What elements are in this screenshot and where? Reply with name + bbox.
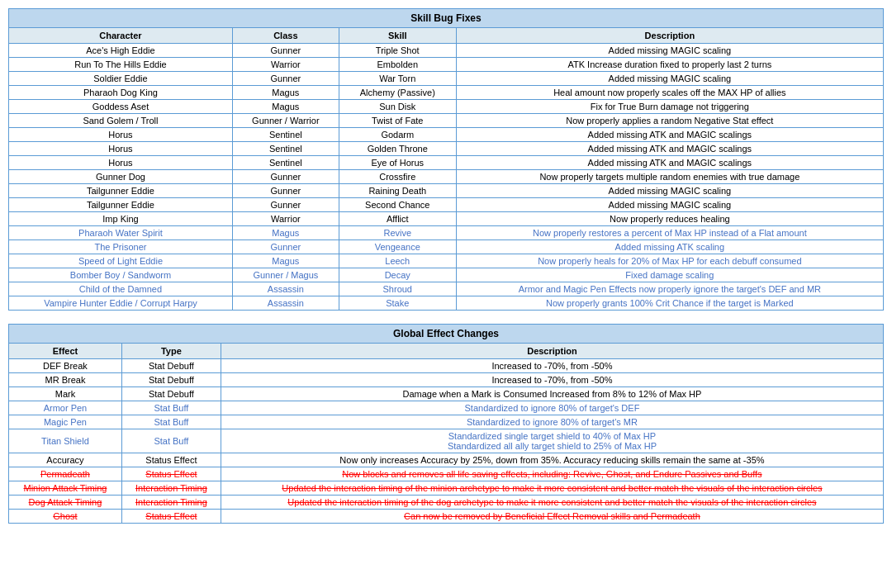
table-row: Titan ShieldStat BuffStandardized single… bbox=[9, 429, 884, 453]
effect-cell: DEF Break bbox=[9, 359, 122, 373]
description-cell: Now only increases Accuracy by 25%, down… bbox=[221, 453, 883, 467]
class-cell: Assassin bbox=[232, 296, 339, 311]
character-cell: Child of the Damned bbox=[9, 282, 233, 296]
table-row: Tailgunner EddieGunnerRaining DeathAdded… bbox=[9, 184, 884, 198]
effect-cell: Ghost bbox=[9, 510, 122, 524]
column-header: Description bbox=[221, 344, 883, 359]
table-row: Pharaoh Water SpiritMagusReviveNow prope… bbox=[9, 226, 884, 240]
character-cell: Pharaoh Dog King bbox=[9, 86, 233, 100]
type-cell: Status Effect bbox=[121, 510, 221, 524]
table-row: Ace's High EddieGunnerTriple ShotAdded m… bbox=[9, 44, 884, 58]
table-row: Goddess AsetMagusSun DiskFix for True Bu… bbox=[9, 100, 884, 114]
class-cell: Gunner bbox=[232, 44, 339, 58]
description-cell: Increased to -70%, from -50% bbox=[221, 359, 883, 373]
description-cell: Added missing MAGIC scaling bbox=[456, 44, 883, 58]
character-cell: Vampire Hunter Eddie / Corrupt Harpy bbox=[9, 296, 233, 311]
class-cell: Magus bbox=[232, 226, 339, 240]
type-cell: Stat Debuff bbox=[121, 387, 221, 401]
character-cell: Sand Golem / Troll bbox=[9, 114, 233, 128]
table-row: Imp KingWarriorAfflictNow properly reduc… bbox=[9, 212, 884, 226]
description-cell: Added missing MAGIC scaling bbox=[456, 184, 883, 198]
skill-cell: Afflict bbox=[339, 212, 456, 226]
description-cell: Updated the interaction timing of the mi… bbox=[221, 481, 883, 496]
description-cell: Now properly reduces healing bbox=[456, 212, 883, 226]
table-row: HorusSentinelGolden ThroneAdded missing … bbox=[9, 142, 884, 156]
type-cell: Stat Debuff bbox=[121, 359, 221, 373]
effect-cell: Armor Pen bbox=[9, 401, 122, 415]
skill-cell: Decay bbox=[339, 268, 456, 282]
table-row: AccuracyStatus EffectNow only increases … bbox=[9, 453, 884, 467]
effect-cell: Minion Attack Timing bbox=[9, 481, 122, 496]
description-cell: Standardized to ignore 80% of target's D… bbox=[221, 401, 883, 415]
description-cell: Now blocks and removes all life saving e… bbox=[221, 467, 883, 481]
class-cell: Magus bbox=[232, 100, 339, 114]
class-cell: Warrior bbox=[232, 58, 339, 72]
character-cell: Bomber Boy / Sandworm bbox=[9, 268, 233, 282]
skill-cell: Eye of Horus bbox=[339, 156, 456, 170]
table-row: Child of the DamnedAssassinShroudArmor a… bbox=[9, 282, 884, 296]
skill-cell: Stake bbox=[339, 296, 456, 311]
table-row: MarkStat DebuffDamage when a Mark is Con… bbox=[9, 387, 884, 401]
skill-bug-fixes-title: Skill Bug Fixes bbox=[9, 9, 884, 28]
type-cell: Status Effect bbox=[121, 467, 221, 481]
class-cell: Gunner / Magus bbox=[232, 268, 339, 282]
effect-cell: MR Break bbox=[9, 373, 122, 387]
table-row: Bomber Boy / SandwormGunner / MagusDecay… bbox=[9, 268, 884, 282]
global-effect-changes-table: Global Effect Changes EffectTypeDescript… bbox=[8, 324, 884, 524]
table-row: Soldier EddieGunnerWar TornAdded missing… bbox=[9, 72, 884, 86]
class-cell: Sentinel bbox=[232, 156, 339, 170]
effect-cell: Magic Pen bbox=[9, 415, 122, 429]
character-cell: Imp King bbox=[9, 212, 233, 226]
character-cell: Tailgunner Eddie bbox=[9, 198, 233, 212]
effect-cell: Permadeath bbox=[9, 467, 122, 481]
skill-cell: Vengeance bbox=[339, 240, 456, 254]
description-cell: Increased to -70%, from -50% bbox=[221, 373, 883, 387]
table-row: HorusSentinelEye of HorusAdded missing A… bbox=[9, 156, 884, 170]
character-cell: Gunner Dog bbox=[9, 170, 233, 184]
skill-cell: Crossfire bbox=[339, 170, 456, 184]
column-header: Character bbox=[9, 28, 233, 44]
global-effect-changes-title: Global Effect Changes bbox=[9, 325, 884, 344]
description-cell: Can now be removed by Beneficial Effect … bbox=[221, 510, 883, 524]
character-cell: Ace's High Eddie bbox=[9, 44, 233, 58]
table-row: Speed of Light EddieMagusLeechNow proper… bbox=[9, 254, 884, 268]
description-cell: Now properly targets multiple random ene… bbox=[456, 170, 883, 184]
skill-cell: Twist of Fate bbox=[339, 114, 456, 128]
table-row: Sand Golem / TrollGunner / WarriorTwist … bbox=[9, 114, 884, 128]
description-cell: Now properly restores a percent of Max H… bbox=[456, 226, 883, 240]
description-cell: Added missing ATK scaling bbox=[456, 240, 883, 254]
type-cell: Interaction Timing bbox=[121, 481, 221, 496]
table-row: Magic PenStat BuffStandardized to ignore… bbox=[9, 415, 884, 429]
table-row: GhostStatus EffectCan now be removed by … bbox=[9, 510, 884, 524]
skill-cell: Golden Throne bbox=[339, 142, 456, 156]
class-cell: Assassin bbox=[232, 282, 339, 296]
description-cell: Added missing ATK and MAGIC scalings bbox=[456, 142, 883, 156]
skill-cell: Second Chance bbox=[339, 198, 456, 212]
description-cell: Added missing ATK and MAGIC scalings bbox=[456, 156, 883, 170]
description-cell: Fix for True Burn damage not triggering bbox=[456, 100, 883, 114]
effect-cell: Dog Attack Timing bbox=[9, 496, 122, 510]
skill-bug-fixes-table: Skill Bug Fixes CharacterClassSkillDescr… bbox=[8, 8, 884, 311]
global-effect-changes-section: Global Effect Changes EffectTypeDescript… bbox=[8, 324, 884, 524]
class-cell: Sentinel bbox=[232, 142, 339, 156]
description-cell: Heal amount now properly scales off the … bbox=[456, 86, 883, 100]
type-cell: Interaction Timing bbox=[121, 496, 221, 510]
description-cell: Armor and Magic Pen Effects now properly… bbox=[456, 282, 883, 296]
class-cell: Magus bbox=[232, 254, 339, 268]
character-cell: Goddess Aset bbox=[9, 100, 233, 114]
description-cell: Added missing ATK and MAGIC scalings bbox=[456, 128, 883, 142]
character-cell: The Prisoner bbox=[9, 240, 233, 254]
class-cell: Warrior bbox=[232, 212, 339, 226]
description-cell: Now properly grants 100% Crit Chance if … bbox=[456, 296, 883, 311]
table-row: Armor PenStat BuffStandardized to ignore… bbox=[9, 401, 884, 415]
table-row: PermadeathStatus EffectNow blocks and re… bbox=[9, 467, 884, 481]
character-cell: Horus bbox=[9, 156, 233, 170]
character-cell: Run To The Hills Eddie bbox=[9, 58, 233, 72]
description-cell: Updated the interaction timing of the do… bbox=[221, 496, 883, 510]
table-row: DEF BreakStat DebuffIncreased to -70%, f… bbox=[9, 359, 884, 373]
class-cell: Gunner bbox=[232, 198, 339, 212]
table-row: Gunner DogGunnerCrossfireNow properly ta… bbox=[9, 170, 884, 184]
character-cell: Horus bbox=[9, 128, 233, 142]
column-header: Effect bbox=[9, 344, 122, 359]
character-cell: Tailgunner Eddie bbox=[9, 184, 233, 198]
